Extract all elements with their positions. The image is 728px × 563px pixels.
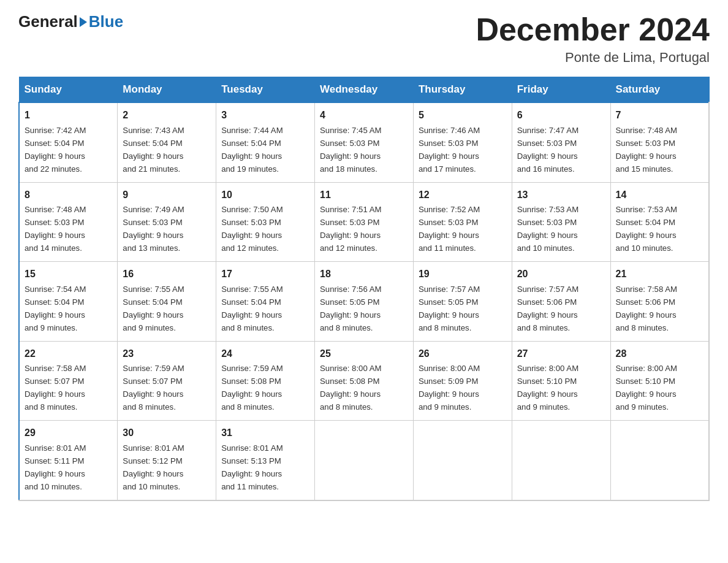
day-info: Sunrise: 7:50 AMSunset: 5:03 PMDaylight:… [221,205,282,253]
day-number: 21 [616,267,703,282]
calendar-day-cell: 26Sunrise: 8:00 AMSunset: 5:09 PMDayligh… [413,341,512,420]
calendar-day-cell: 31Sunrise: 8:01 AMSunset: 5:13 PMDayligh… [216,421,315,500]
day-of-week-header: Saturday [610,77,709,103]
day-number: 27 [517,347,605,362]
day-number: 15 [25,267,112,282]
day-number: 11 [320,188,408,203]
calendar-day-cell: 3Sunrise: 7:44 AMSunset: 5:04 PMDaylight… [216,102,315,182]
day-info: Sunrise: 7:48 AMSunset: 5:03 PMDaylight:… [616,126,677,174]
location: Ponte de Lima, Portugal [476,50,710,66]
day-info: Sunrise: 7:56 AMSunset: 5:05 PMDaylight:… [320,285,381,332]
calendar-day-cell: 12Sunrise: 7:52 AMSunset: 5:03 PMDayligh… [413,182,512,261]
day-number: 26 [419,347,507,362]
day-info: Sunrise: 7:46 AMSunset: 5:03 PMDaylight:… [419,126,480,174]
day-number: 14 [616,188,703,203]
day-number: 5 [419,108,507,123]
day-number: 30 [123,426,211,441]
day-number: 22 [25,347,112,362]
calendar-day-cell [413,421,512,500]
day-number: 25 [320,347,408,362]
calendar-day-cell: 6Sunrise: 7:47 AMSunset: 5:03 PMDaylight… [512,102,610,182]
day-info: Sunrise: 7:55 AMSunset: 5:04 PMDaylight:… [221,285,282,332]
logo: General Blue [18,12,123,31]
day-of-week-header: Thursday [413,77,512,103]
calendar-day-cell: 29Sunrise: 8:01 AMSunset: 5:11 PMDayligh… [19,421,118,500]
day-info: Sunrise: 7:53 AMSunset: 5:04 PMDaylight:… [616,205,677,253]
calendar-day-cell: 4Sunrise: 7:45 AMSunset: 5:03 PMDaylight… [315,102,414,182]
day-number: 31 [221,426,309,441]
day-of-week-header: Sunday [19,77,118,103]
day-number: 13 [517,188,605,203]
logo-blue-text: Blue [89,12,123,31]
calendar-table: SundayMondayTuesdayWednesdayThursdayFrid… [18,77,710,500]
calendar-day-cell: 20Sunrise: 7:57 AMSunset: 5:06 PMDayligh… [512,262,610,341]
day-number: 29 [25,426,112,441]
day-info: Sunrise: 7:59 AMSunset: 5:08 PMDaylight:… [221,364,282,412]
day-info: Sunrise: 7:47 AMSunset: 5:03 PMDaylight:… [517,126,578,174]
calendar-day-cell: 21Sunrise: 7:58 AMSunset: 5:06 PMDayligh… [610,262,709,341]
day-number: 10 [221,188,309,203]
day-info: Sunrise: 7:42 AMSunset: 5:04 PMDaylight:… [25,126,86,174]
calendar-day-cell: 28Sunrise: 8:00 AMSunset: 5:10 PMDayligh… [610,341,709,420]
logo-triangle-icon [80,17,87,27]
calendar-header-row: SundayMondayTuesdayWednesdayThursdayFrid… [19,77,709,103]
calendar-day-cell: 18Sunrise: 7:56 AMSunset: 5:05 PMDayligh… [315,262,414,341]
calendar-day-cell: 10Sunrise: 7:50 AMSunset: 5:03 PMDayligh… [216,182,315,261]
calendar-day-cell [610,421,709,500]
calendar-week-row: 1Sunrise: 7:42 AMSunset: 5:04 PMDaylight… [19,102,709,182]
day-info: Sunrise: 7:58 AMSunset: 5:06 PMDaylight:… [616,285,677,332]
day-info: Sunrise: 8:00 AMSunset: 5:10 PMDaylight:… [616,364,677,412]
calendar-day-cell: 23Sunrise: 7:59 AMSunset: 5:07 PMDayligh… [118,341,216,420]
calendar-day-cell: 11Sunrise: 7:51 AMSunset: 5:03 PMDayligh… [315,182,414,261]
day-info: Sunrise: 8:00 AMSunset: 5:08 PMDaylight:… [320,364,381,412]
day-info: Sunrise: 7:48 AMSunset: 5:03 PMDaylight:… [25,205,86,253]
day-number: 17 [221,267,309,282]
day-info: Sunrise: 8:01 AMSunset: 5:13 PMDaylight:… [221,443,282,491]
day-of-week-header: Tuesday [216,77,315,103]
day-info: Sunrise: 7:51 AMSunset: 5:03 PMDaylight:… [320,205,381,253]
day-info: Sunrise: 7:44 AMSunset: 5:04 PMDaylight:… [221,126,282,174]
day-of-week-header: Friday [512,77,610,103]
month-title: December 2024 [476,12,710,47]
day-info: Sunrise: 7:59 AMSunset: 5:07 PMDaylight:… [123,364,184,412]
calendar-day-cell: 15Sunrise: 7:54 AMSunset: 5:04 PMDayligh… [19,262,118,341]
calendar-day-cell: 2Sunrise: 7:43 AMSunset: 5:04 PMDaylight… [118,102,216,182]
calendar-day-cell: 17Sunrise: 7:55 AMSunset: 5:04 PMDayligh… [216,262,315,341]
day-number: 16 [123,267,211,282]
calendar-day-cell: 16Sunrise: 7:55 AMSunset: 5:04 PMDayligh… [118,262,216,341]
day-number: 6 [517,108,605,123]
day-number: 9 [123,188,211,203]
calendar-day-cell: 30Sunrise: 8:01 AMSunset: 5:12 PMDayligh… [118,421,216,500]
calendar-day-cell: 24Sunrise: 7:59 AMSunset: 5:08 PMDayligh… [216,341,315,420]
day-info: Sunrise: 7:43 AMSunset: 5:04 PMDaylight:… [123,126,184,174]
page-header: General Blue December 2024 Ponte de Lima… [18,12,710,66]
calendar-day-cell: 19Sunrise: 7:57 AMSunset: 5:05 PMDayligh… [413,262,512,341]
day-info: Sunrise: 8:00 AMSunset: 5:09 PMDaylight:… [419,364,480,412]
day-number: 24 [221,347,309,362]
calendar-day-cell: 22Sunrise: 7:58 AMSunset: 5:07 PMDayligh… [19,341,118,420]
day-number: 8 [25,188,112,203]
day-info: Sunrise: 8:01 AMSunset: 5:12 PMDaylight:… [123,443,184,491]
calendar-day-cell: 27Sunrise: 8:00 AMSunset: 5:10 PMDayligh… [512,341,610,420]
day-number: 28 [616,347,703,362]
day-number: 4 [320,108,408,123]
calendar-day-cell [512,421,610,500]
calendar-week-row: 15Sunrise: 7:54 AMSunset: 5:04 PMDayligh… [19,262,709,341]
day-number: 2 [123,108,211,123]
logo-general-text: General [18,12,78,31]
calendar-week-row: 8Sunrise: 7:48 AMSunset: 5:03 PMDaylight… [19,182,709,261]
day-info: Sunrise: 7:55 AMSunset: 5:04 PMDaylight:… [123,285,184,332]
calendar-day-cell [315,421,414,500]
day-of-week-header: Wednesday [315,77,414,103]
day-info: Sunrise: 7:54 AMSunset: 5:04 PMDaylight:… [25,285,86,332]
day-info: Sunrise: 7:49 AMSunset: 5:03 PMDaylight:… [123,205,184,253]
calendar-day-cell: 5Sunrise: 7:46 AMSunset: 5:03 PMDaylight… [413,102,512,182]
calendar-week-row: 22Sunrise: 7:58 AMSunset: 5:07 PMDayligh… [19,341,709,420]
calendar-week-row: 29Sunrise: 8:01 AMSunset: 5:11 PMDayligh… [19,421,709,500]
day-number: 7 [616,108,703,123]
day-number: 1 [25,108,112,123]
day-of-week-header: Monday [118,77,216,103]
calendar-day-cell: 7Sunrise: 7:48 AMSunset: 5:03 PMDaylight… [610,102,709,182]
day-number: 20 [517,267,605,282]
calendar-day-cell: 9Sunrise: 7:49 AMSunset: 5:03 PMDaylight… [118,182,216,261]
